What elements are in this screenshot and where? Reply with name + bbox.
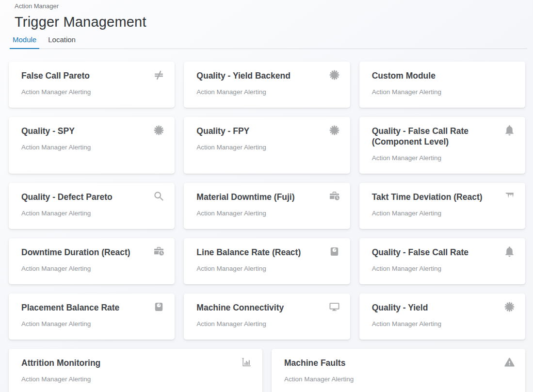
module-card[interactable]: Quality - Defect ParetoAction Manager Al…	[9, 183, 175, 229]
card-subtitle: Action Manager Alerting	[372, 264, 516, 273]
card-subtitle: Action Manager Alerting	[372, 320, 516, 328]
card-title: Quality - False Call Rate	[372, 245, 468, 258]
card-subtitle: Action Manager Alerting	[196, 264, 340, 273]
module-card[interactable]: Quality - False Call Rate (Component Lev…	[359, 117, 525, 174]
card-title: Attrition Monitoring	[21, 356, 100, 368]
module-card[interactable]: Machine FaultsAction Manager Alerting	[272, 349, 525, 392]
gear-icon	[503, 301, 516, 313]
icicles-icon	[503, 190, 516, 202]
card-title: Machine Connectivity	[196, 301, 284, 313]
card-subtitle: Action Manager Alerting	[21, 209, 165, 217]
card-header: Placement Balance Rate	[21, 301, 165, 313]
card-header: Quality - Yield	[372, 301, 516, 313]
module-card[interactable]: Custom ModuleAction Manager Alerting	[359, 62, 525, 108]
card-title: Quality - Yield	[372, 301, 428, 313]
card-subtitle: Action Manager Alerting	[21, 375, 253, 383]
card-header: Downtime Duration (React)	[21, 245, 165, 258]
card-header: Material Downtime (Fuji)	[196, 190, 340, 202]
weight-scale-icon	[328, 245, 340, 258]
module-card[interactable]: Attrition MonitoringAction Manager Alert…	[9, 349, 262, 392]
module-card[interactable]: Quality - FPYAction Manager Alerting	[184, 117, 350, 174]
card-title: Quality - FPY	[196, 124, 249, 136]
card-header: Quality - FPY	[196, 124, 340, 136]
module-card[interactable]: False Call ParetoAction Manager Alerting	[9, 62, 175, 108]
module-card[interactable]: Quality - YieldAction Manager Alerting	[359, 294, 525, 340]
card-title: Placement Balance Rate	[21, 301, 119, 313]
card-header: Machine Connectivity	[196, 301, 340, 313]
card-header: Takt Time Deviation (React)	[372, 190, 516, 202]
card-header: Quality - False Call Rate	[372, 245, 516, 258]
card-title: Machine Faults	[284, 356, 345, 368]
card-header: Quality - Defect Pareto	[21, 190, 165, 202]
card-title: Material Downtime (Fuji)	[196, 190, 294, 202]
module-card-grid: False Call ParetoAction Manager Alerting…	[9, 62, 525, 392]
gear-icon	[153, 124, 165, 136]
card-subtitle: Action Manager Alerting	[21, 88, 165, 96]
card-subtitle: Action Manager Alerting	[196, 88, 340, 96]
breadcrumb[interactable]: Action Manager	[15, 2, 533, 11]
gear-icon	[328, 124, 340, 136]
module-card[interactable]: Quality - Yield BackendAction Manager Al…	[184, 62, 350, 108]
warning-icon	[503, 356, 516, 368]
bar-chart-icon	[241, 356, 253, 368]
monitor-icon	[328, 301, 340, 313]
card-subtitle: Action Manager Alerting	[196, 320, 340, 328]
card-header: Quality - Yield Backend	[196, 69, 340, 81]
gear-icon	[328, 69, 340, 81]
card-subtitle: Action Manager Alerting	[372, 209, 516, 217]
card-header: Quality - False Call Rate (Component Lev…	[372, 124, 516, 147]
card-title: Downtime Duration (React)	[21, 245, 130, 258]
page-title: Trigger Management	[15, 12, 533, 32]
module-card[interactable]: Downtime Duration (React)Action Manager …	[9, 238, 175, 284]
card-title: False Call Pareto	[21, 69, 90, 81]
bell-icon	[503, 124, 516, 136]
card-header: Attrition Monitoring	[21, 356, 253, 368]
module-card[interactable]: Quality - False Call RateAction Manager …	[359, 238, 525, 284]
tab-location[interactable]: Location	[45, 33, 79, 49]
module-card[interactable]: Takt Time Deviation (React)Action Manage…	[359, 183, 525, 229]
card-header: False Call Pareto	[21, 69, 165, 81]
card-header: Machine Faults	[284, 356, 516, 368]
card-title: Quality - Defect Pareto	[21, 190, 113, 202]
tab-bar: Module Location	[10, 33, 527, 49]
search-icon	[153, 190, 165, 202]
module-card[interactable]: Placement Balance RateAction Manager Ale…	[9, 294, 175, 340]
briefcase-clock-icon	[153, 245, 165, 258]
card-subtitle: Action Manager Alerting	[21, 320, 165, 328]
card-header: Line Balance Rate (React)	[196, 245, 340, 258]
module-card[interactable]: Line Balance Rate (React)Action Manager …	[184, 238, 350, 284]
card-header: Quality - SPY	[21, 124, 165, 136]
card-title: Line Balance Rate (React)	[196, 245, 301, 258]
card-subtitle: Action Manager Alerting	[196, 143, 340, 151]
not-equal-icon	[153, 69, 165, 81]
card-title: Quality - SPY	[21, 124, 75, 136]
card-subtitle: Action Manager Alerting	[21, 264, 165, 273]
card-subtitle: Action Manager Alerting	[372, 88, 516, 96]
card-title: Takt Time Deviation (React)	[372, 190, 483, 202]
card-subtitle: Action Manager Alerting	[21, 143, 165, 151]
briefcase-clock-icon	[328, 190, 340, 202]
module-card[interactable]: Quality - SPYAction Manager Alerting	[9, 117, 175, 174]
card-subtitle: Action Manager Alerting	[284, 375, 516, 383]
module-card[interactable]: Material Downtime (Fuji)Action Manager A…	[184, 183, 350, 229]
weight-scale-icon	[153, 301, 165, 313]
card-title: Custom Module	[372, 69, 436, 81]
card-subtitle: Action Manager Alerting	[196, 209, 340, 217]
bell-icon	[503, 245, 516, 258]
card-title: Quality - False Call Rate (Component Lev…	[372, 124, 497, 147]
tab-module[interactable]: Module	[10, 33, 39, 49]
card-title: Quality - Yield Backend	[196, 69, 291, 81]
module-card[interactable]: Machine ConnectivityAction Manager Alert…	[184, 294, 350, 340]
page-header: Action Manager Trigger Management	[0, 0, 533, 32]
trigger-management-page: Action Manager Trigger Management Module…	[0, 0, 533, 392]
card-header: Custom Module	[372, 69, 516, 81]
card-subtitle: Action Manager Alerting	[372, 154, 516, 162]
